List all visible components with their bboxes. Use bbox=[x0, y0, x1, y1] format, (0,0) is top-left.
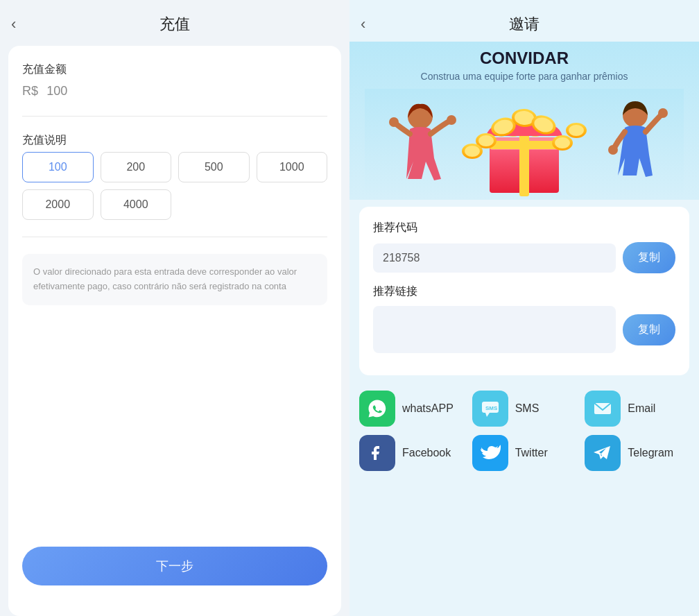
telegram-svg bbox=[592, 443, 613, 463]
share-whatsapp[interactable]: whatsAPP bbox=[359, 391, 464, 427]
copy-link-button[interactable]: 复制 bbox=[623, 314, 675, 345]
svg-point-3 bbox=[389, 117, 399, 127]
amount-btn-500[interactable]: 500 bbox=[178, 152, 250, 182]
email-icon bbox=[585, 391, 621, 427]
sms-svg: SMS bbox=[480, 398, 501, 419]
ref-code-label: 推荐代码 bbox=[373, 221, 675, 235]
share-twitter[interactable]: Twitter bbox=[472, 435, 577, 471]
twitter-icon bbox=[472, 435, 508, 471]
sms-icon: SMS bbox=[472, 391, 508, 427]
svg-point-26 bbox=[658, 108, 668, 118]
right-header: ‹ 邀请 bbox=[350, 0, 699, 42]
amount-placeholder-1 bbox=[178, 189, 250, 220]
amount-btn-200[interactable]: 200 bbox=[101, 152, 172, 182]
facebook-icon bbox=[359, 435, 395, 471]
facebook-label: Facebook bbox=[402, 447, 451, 459]
whatsapp-svg bbox=[367, 398, 388, 419]
svg-point-20 bbox=[555, 137, 570, 148]
share-telegram[interactable]: Telegram bbox=[585, 435, 689, 471]
svg-point-22 bbox=[465, 146, 480, 157]
share-grid: whatsAPP SMS SMS bbox=[359, 391, 689, 471]
twitter-label: Twitter bbox=[515, 447, 548, 459]
svg-marker-30 bbox=[485, 413, 490, 417]
divider-2 bbox=[22, 237, 327, 237]
hero-subtitle: Construa uma equipe forte para ganhar pr… bbox=[363, 71, 685, 82]
svg-point-24 bbox=[569, 125, 584, 136]
whatsapp-icon bbox=[359, 391, 395, 427]
ref-link-input[interactable] bbox=[373, 306, 616, 353]
divider-1 bbox=[22, 116, 327, 117]
ref-code-input[interactable] bbox=[373, 243, 616, 273]
svg-point-18 bbox=[478, 135, 494, 146]
amount-grid-row2: 2000 4000 bbox=[22, 189, 327, 220]
svg-rect-7 bbox=[490, 141, 559, 149]
right-title: 邀请 bbox=[509, 14, 540, 35]
amount-label: 充值金额 bbox=[22, 62, 327, 77]
right-back-button[interactable]: ‹ bbox=[361, 15, 365, 33]
share-email[interactable]: Email bbox=[585, 391, 689, 427]
share-section: whatsAPP SMS SMS bbox=[350, 382, 699, 478]
sms-label: SMS bbox=[515, 402, 540, 415]
copy-code-button[interactable]: 复制 bbox=[623, 242, 675, 273]
telegram-label: Telegram bbox=[628, 447, 673, 459]
amount-placeholder-2 bbox=[257, 189, 328, 220]
svg-point-27 bbox=[608, 145, 618, 155]
left-back-button[interactable]: ‹ bbox=[11, 15, 16, 33]
amount-display: R$ 100 bbox=[22, 81, 327, 99]
hero-illustration bbox=[363, 89, 685, 200]
presets-section: 充值说明 100 200 500 1000 2000 4000 bbox=[22, 133, 327, 220]
ref-code-row: 复制 bbox=[373, 242, 675, 273]
currency-symbol: R$ bbox=[22, 84, 38, 98]
twitter-svg bbox=[480, 443, 501, 463]
facebook-svg bbox=[367, 443, 388, 463]
next-btn-wrap: 下一步 bbox=[22, 547, 327, 599]
amount-btn-2000[interactable]: 2000 bbox=[22, 189, 94, 220]
ref-link-label: 推荐链接 bbox=[373, 284, 675, 299]
ref-link-row: 复制 bbox=[373, 306, 675, 353]
left-header: ‹ 充值 bbox=[0, 0, 350, 46]
svg-point-2 bbox=[447, 115, 456, 125]
amount-btn-1000[interactable]: 1000 bbox=[257, 152, 328, 182]
share-facebook[interactable]: Facebook bbox=[359, 435, 464, 471]
left-title: 充值 bbox=[159, 14, 190, 35]
next-button[interactable]: 下一步 bbox=[22, 547, 327, 585]
right-panel: ‹ 邀请 CONVIDAR Construa uma equipe forte … bbox=[350, 0, 699, 616]
invite-card: 推荐代码 复制 推荐链接 复制 bbox=[359, 207, 689, 375]
whatsapp-label: whatsAPP bbox=[402, 402, 454, 415]
note-box: O valor direcionado para esta entrada de… bbox=[22, 254, 327, 305]
left-content: 充值金额 R$ 100 充值说明 100 200 500 1000 2000 4… bbox=[8, 46, 341, 616]
amount-section: 充值金额 R$ 100 bbox=[22, 62, 327, 99]
amount-btn-100[interactable]: 100 bbox=[22, 152, 94, 182]
amount-grid-row1: 100 200 500 1000 bbox=[22, 152, 327, 182]
email-label: Email bbox=[628, 402, 655, 415]
svg-rect-6 bbox=[519, 127, 529, 196]
left-panel: ‹ 充值 充值金额 R$ 100 充值说明 100 200 500 1000 2… bbox=[0, 0, 350, 616]
hero-title: CONVIDAR bbox=[363, 49, 685, 68]
presets-label: 充值说明 bbox=[22, 133, 327, 148]
invite-hero: CONVIDAR Construa uma equipe forte para … bbox=[350, 42, 699, 200]
amount-value: 100 bbox=[46, 84, 67, 98]
svg-text:SMS: SMS bbox=[485, 405, 498, 411]
share-sms[interactable]: SMS SMS bbox=[472, 391, 577, 427]
telegram-icon bbox=[585, 435, 621, 471]
email-svg bbox=[592, 398, 613, 419]
hero-svg bbox=[363, 89, 685, 200]
amount-btn-4000[interactable]: 4000 bbox=[101, 189, 172, 220]
